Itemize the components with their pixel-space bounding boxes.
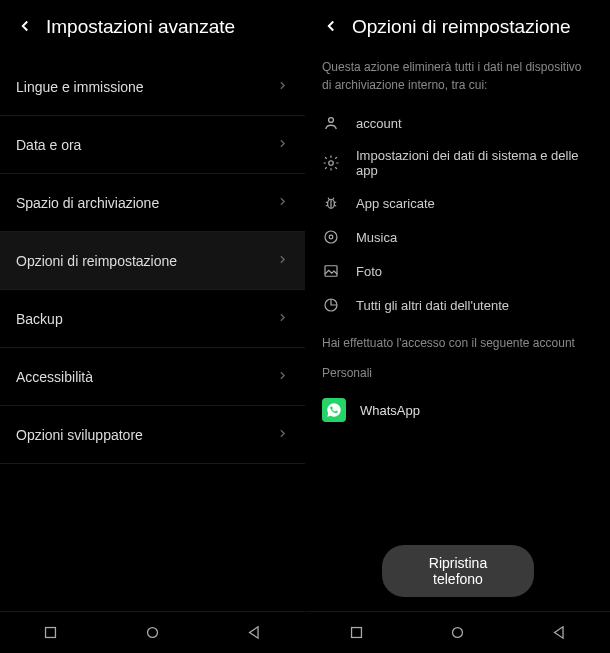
menu-item-storage[interactable]: Spazio di archiviazione [0,174,305,232]
data-item-label: Foto [356,264,382,279]
chevron-right-icon [276,136,289,153]
nav-recent[interactable] [307,612,407,653]
menu-item-label: Backup [16,311,63,327]
left-title: Impostazioni avanzate [46,16,235,38]
right-title: Opzioni di reimpostazione [352,16,571,38]
bug-icon [322,194,340,212]
left-list: Lingue e immissione Data e ora Spazio di… [0,58,305,653]
reset-description: Questa azione eliminerà tutti i dati nel… [306,58,610,106]
photo-icon [322,262,340,280]
svg-point-10 [453,628,463,638]
data-item-account: account [306,106,610,140]
chevron-right-icon [276,78,289,95]
chevron-right-icon [276,310,289,327]
account-label: WhatsApp [360,403,420,418]
left-header: Impostazioni avanzate [0,0,305,58]
account-row-whatsapp: WhatsApp [306,388,610,432]
menu-item-reset-options[interactable]: Opzioni di reimpostazione [0,232,305,290]
data-item-apps: App scaricate [306,186,610,220]
chevron-right-icon [276,252,289,269]
data-item-label: Impostazioni dei dati di sistema e delle… [356,148,594,178]
left-panel: Impostazioni avanzate Lingue e immission… [0,0,305,653]
menu-item-label: Accessibilità [16,369,93,385]
menu-item-label: Data e ora [16,137,81,153]
menu-item-label: Spazio di archiviazione [16,195,159,211]
account-notice: Hai effettuato l'accesso con il seguente… [306,322,610,358]
chevron-right-icon [276,194,289,211]
menu-item-accessibility[interactable]: Accessibilità [0,348,305,406]
right-header: Opzioni di reimpostazione [306,0,610,58]
svg-rect-9 [352,628,362,638]
menu-item-label: Opzioni di reimpostazione [16,253,177,269]
data-item-settings: Impostazioni dei dati di sistema e delle… [306,140,610,186]
nav-back[interactable] [509,612,609,653]
svg-point-6 [329,235,333,239]
nav-recent[interactable] [1,612,102,653]
pie-icon [322,296,340,314]
left-navbar [0,611,305,653]
chevron-right-icon [276,368,289,385]
data-item-label: App scaricate [356,196,435,211]
menu-item-developer[interactable]: Opzioni sviluppatore [0,406,305,464]
data-item-photos: Foto [306,254,610,288]
data-item-other: Tutti gli altri dati dell'utente [306,288,610,322]
svg-point-1 [148,628,158,638]
data-item-label: Musica [356,230,397,245]
svg-point-3 [329,161,334,166]
reset-phone-button[interactable]: Ripristina telefono [382,545,534,597]
svg-rect-7 [325,266,337,277]
menu-item-languages[interactable]: Lingue e immissione [0,58,305,116]
data-item-label: Tutti gli altri dati dell'utente [356,298,509,313]
svg-point-5 [325,231,337,243]
svg-point-2 [329,118,334,123]
menu-item-label: Opzioni sviluppatore [16,427,143,443]
nav-home[interactable] [408,612,508,653]
nav-back[interactable] [204,612,305,653]
back-icon[interactable] [16,17,34,38]
music-icon [322,228,340,246]
right-navbar [306,611,610,653]
chevron-right-icon [276,426,289,443]
back-icon[interactable] [322,17,340,38]
data-item-music: Musica [306,220,610,254]
data-item-label: account [356,116,402,131]
svg-rect-0 [46,628,56,638]
person-icon [322,114,340,132]
whatsapp-icon [322,398,346,422]
menu-item-label: Lingue e immissione [16,79,144,95]
gear-icon [322,154,340,172]
nav-home[interactable] [102,612,203,653]
menu-item-backup[interactable]: Backup [0,290,305,348]
menu-item-datetime[interactable]: Data e ora [0,116,305,174]
right-panel: Opzioni di reimpostazione Questa azione … [305,0,610,653]
section-personal: Personali [306,358,610,388]
